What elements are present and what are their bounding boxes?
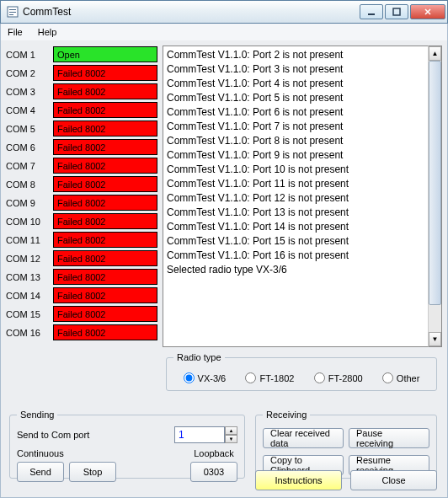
menubar: File Help [0, 24, 448, 40]
scroll-thumb[interactable] [429, 61, 441, 305]
spin-up-button[interactable]: ▲ [225, 426, 237, 435]
send-button[interactable]: Send [17, 462, 64, 482]
svg-rect-4 [368, 13, 375, 15]
port-row: COM 13Failed 8002 [6, 268, 157, 286]
port-status: Failed 8002 [53, 120, 157, 137]
maximize-button[interactable] [385, 4, 408, 19]
port-status: Failed 8002 [53, 158, 157, 174]
scroll-track[interactable] [429, 61, 441, 332]
close-button[interactable]: Close [350, 470, 437, 490]
port-row: COM 8Failed 8002 [6, 175, 157, 193]
port-status: Failed 8002 [53, 65, 157, 81]
svg-rect-1 [9, 9, 16, 10]
port-row: COM 12Failed 8002 [6, 249, 157, 267]
radio-input[interactable] [184, 372, 195, 383]
svg-rect-5 [393, 8, 400, 15]
log-content: CommTest V1.1.0: Port 2 is not present C… [167, 48, 424, 277]
port-row: COM 7Failed 8002 [6, 157, 157, 174]
port-list: COM 1OpenCOM 2Failed 8002COM 3Failed 800… [6, 46, 157, 347]
loopback-label: Loopback [194, 448, 234, 458]
pause-receiving-button[interactable]: Pause receiving [349, 428, 429, 448]
port-label: COM 15 [6, 309, 53, 319]
port-row: COM 14Failed 8002 [6, 286, 157, 304]
port-label: COM 3 [6, 87, 53, 97]
port-status: Failed 8002 [53, 102, 157, 118]
com-port-spinner[interactable]: ▲ ▼ [174, 426, 237, 443]
sending-group: Sending Send to Com port ▲ ▼ Continuous … [9, 410, 245, 479]
port-status: Failed 8002 [53, 324, 157, 340]
radio-option[interactable]: FT-1802 [245, 372, 294, 383]
port-row: COM 4Failed 8002 [6, 101, 157, 119]
menu-file[interactable]: File [4, 25, 26, 39]
com-port-input[interactable] [174, 426, 225, 443]
continuous-label: Continuous [17, 448, 116, 458]
port-row: COM 6Failed 8002 [6, 138, 157, 156]
app-icon [6, 5, 19, 19]
port-row: COM 2Failed 8002 [6, 64, 157, 82]
port-row: COM 10Failed 8002 [6, 212, 157, 230]
port-label: COM 13 [6, 272, 53, 282]
radio-label: FT-1802 [259, 373, 294, 383]
port-label: COM 7 [6, 161, 53, 171]
port-row: COM 16Failed 8002 [6, 324, 157, 341]
port-label: COM 2 [6, 68, 53, 78]
port-label: COM 12 [6, 254, 53, 264]
port-status: Failed 8002 [53, 195, 157, 211]
loopback-button[interactable]: 0303 [190, 462, 237, 482]
port-status: Open [53, 46, 157, 62]
titlebar[interactable]: CommTest [0, 0, 448, 24]
clear-received-button[interactable]: Clear received data [263, 428, 344, 448]
radio-option[interactable]: VX-3/6 [184, 372, 227, 383]
close-window-button[interactable] [410, 4, 445, 19]
port-row: COM 9Failed 8002 [6, 194, 157, 212]
log-textarea[interactable]: CommTest V1.1.0: Port 2 is not present C… [163, 46, 428, 347]
port-label: COM 5 [6, 124, 53, 134]
port-status: Failed 8002 [53, 306, 157, 322]
port-label: COM 14 [6, 291, 53, 301]
port-status: Failed 8002 [53, 250, 157, 266]
scroll-up-button[interactable]: ▲ [429, 46, 441, 61]
port-label: COM 8 [6, 179, 53, 190]
port-label: COM 9 [6, 198, 53, 208]
port-label: COM 1 [6, 50, 53, 60]
minimize-button[interactable] [360, 4, 383, 19]
port-status: Failed 8002 [53, 213, 157, 229]
sendto-label: Send to Com port [17, 430, 89, 440]
port-status: Failed 8002 [53, 139, 157, 155]
port-label: COM 6 [6, 142, 53, 153]
svg-rect-3 [9, 14, 13, 15]
port-row: COM 1Open [6, 46, 157, 63]
window-title: CommTest [23, 6, 360, 18]
radio-input[interactable] [382, 372, 393, 383]
instructions-button[interactable]: Instructions [255, 470, 342, 490]
radio-option[interactable]: Other [382, 372, 420, 383]
port-row: COM 3Failed 8002 [6, 83, 157, 100]
svg-rect-2 [9, 12, 16, 13]
spin-down-button[interactable]: ▼ [225, 435, 237, 443]
menu-help[interactable]: Help [35, 25, 61, 39]
scroll-down-button[interactable]: ▼ [429, 332, 441, 346]
radio-label: VX-3/6 [198, 373, 227, 383]
receiving-legend: Receiving [263, 410, 310, 420]
radio-label: FT-2800 [328, 373, 363, 383]
radio-label: Other [397, 373, 420, 383]
radio-option[interactable]: FT-2800 [314, 372, 363, 383]
log-scrollbar[interactable]: ▲ ▼ [428, 46, 442, 347]
port-status: Failed 8002 [53, 232, 157, 248]
port-label: COM 16 [6, 328, 53, 338]
port-row: COM 5Failed 8002 [6, 120, 157, 137]
port-label: COM 4 [6, 105, 53, 115]
radio-input[interactable] [245, 372, 256, 383]
radio-type-group: Radio type VX-3/6FT-1802FT-2800Other [166, 352, 437, 391]
port-status: Failed 8002 [53, 287, 157, 303]
port-label: COM 10 [6, 217, 53, 227]
stop-button[interactable]: Stop [69, 462, 116, 482]
sending-legend: Sending [17, 410, 57, 420]
port-status: Failed 8002 [53, 83, 157, 99]
port-row: COM 15Failed 8002 [6, 305, 157, 323]
port-row: COM 11Failed 8002 [6, 231, 157, 249]
port-status: Failed 8002 [53, 176, 157, 192]
radio-type-legend: Radio type [173, 352, 225, 362]
radio-input[interactable] [314, 372, 325, 383]
port-label: COM 11 [6, 235, 53, 245]
